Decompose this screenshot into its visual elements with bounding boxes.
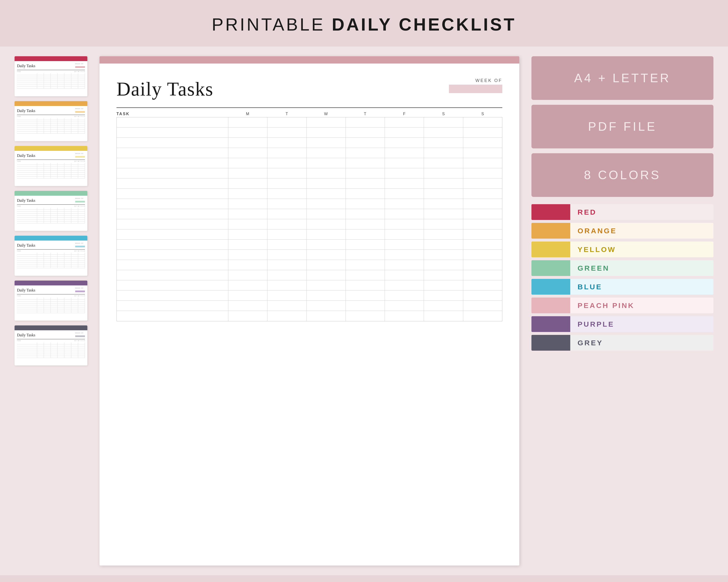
day-cell — [463, 250, 502, 260]
day-cell — [228, 178, 267, 188]
day-cell — [307, 311, 346, 321]
color-item: RED — [531, 204, 713, 220]
thumbnail-weekof: WEEK OF — [75, 63, 85, 69]
thumbnail-title: Daily Tasks — [17, 198, 35, 203]
color-label: GREY — [577, 339, 603, 347]
thumbnail-grid-row — [17, 81, 85, 83]
thumbnail-title-row: Daily Tasks WEEK OF — [17, 108, 85, 114]
thumbnail-divider — [17, 115, 85, 115]
day-cell — [424, 168, 463, 178]
thumbnail-days: M T W T F S S — [75, 340, 85, 341]
table-row — [117, 260, 502, 270]
color-swatch — [531, 223, 570, 239]
col-day-header: M — [242, 112, 254, 116]
day-cell — [307, 168, 346, 178]
day-cell — [424, 117, 463, 127]
thumbnail-task-row: TASK M T W T F S S — [17, 250, 85, 252]
thumbnail-grid-row — [17, 262, 85, 264]
day-cell — [307, 229, 346, 239]
thumbnail-weekof-label: WEEK OF — [75, 243, 85, 244]
thumbnail-grid-row — [17, 218, 85, 219]
thumbnail-body: Daily Tasks WEEK OF TASK M T W T F S S — [15, 61, 87, 91]
day-cell — [385, 178, 424, 188]
thumbnail-grid-row — [17, 210, 85, 212]
thumbnail-grid — [17, 163, 85, 178]
day-cell — [463, 270, 502, 280]
day-cell — [424, 240, 463, 250]
task-cell — [117, 128, 228, 138]
thumbnail-grid-row — [17, 344, 85, 346]
color-label: GREEN — [577, 264, 609, 272]
day-cell — [267, 189, 307, 199]
checklist-title: Daily Tasks — [116, 78, 213, 100]
day-cell — [228, 209, 267, 219]
day-cell — [228, 229, 267, 239]
day-cell — [424, 229, 463, 239]
day-cell — [385, 128, 424, 138]
day-cell — [385, 189, 424, 199]
color-swatch — [531, 298, 570, 313]
table-row — [117, 199, 502, 209]
thumbnail-weekof-label: WEEK OF — [75, 198, 85, 199]
thumbnail-grid-row — [17, 132, 85, 134]
color-item: ORANGE — [531, 223, 713, 239]
thumbnail-grid-row — [17, 130, 85, 132]
day-cell — [424, 260, 463, 270]
thumbnail-grid — [17, 342, 85, 358]
thumbnail-divider — [17, 204, 85, 205]
thumbnail-weekof: WEEK OF — [75, 243, 85, 248]
checklist-top-bar — [100, 56, 519, 63]
thumbnail-title: Daily Tasks — [17, 64, 35, 68]
day-cell — [267, 301, 307, 311]
day-cell — [346, 178, 385, 188]
task-cell — [117, 240, 228, 250]
day-cell — [463, 229, 502, 239]
thumbnail-weekof-label: WEEK OF — [75, 287, 85, 289]
color-label: BLUE — [577, 283, 602, 291]
day-cell — [228, 280, 267, 290]
thumbnail-grid-row — [17, 301, 85, 303]
thumbnail-grid-row — [17, 309, 85, 311]
table-row — [117, 158, 502, 168]
thumbnail-grid-row — [17, 124, 85, 126]
checklist-column-headers: TASK MTWTFSS — [116, 112, 502, 116]
day-cell — [424, 138, 463, 148]
thumbnail-body: Daily Tasks WEEK OF TASK M T W T F S S — [15, 196, 87, 225]
thumbnail-grid-row — [17, 264, 85, 266]
thumbnail-title: Daily Tasks — [17, 109, 35, 113]
badge-pdf-file-text: PDF FILE — [588, 119, 657, 134]
thumbnail-grid-row — [17, 120, 85, 122]
thumbnail-task-row: TASK M T W T F S S — [17, 116, 85, 117]
day-cell — [346, 229, 385, 239]
day-cell — [463, 219, 502, 229]
thumbnail-grid-row — [17, 87, 85, 89]
day-cell — [385, 199, 424, 209]
thumbnail-grid — [17, 208, 85, 223]
day-cell — [385, 117, 424, 127]
thumbnail-weekof-label: WEEK OF — [75, 153, 85, 154]
day-cell — [385, 301, 424, 311]
day-cell — [307, 209, 346, 219]
day-cell — [463, 280, 502, 290]
thumbnail-grid — [17, 73, 85, 89]
day-cell — [228, 199, 267, 209]
thumbnail-grid-row — [17, 216, 85, 218]
day-cell — [307, 138, 346, 148]
day-cell — [228, 260, 267, 270]
thumbnail-grid-row — [17, 256, 85, 258]
day-cell — [463, 158, 502, 168]
table-row — [117, 189, 502, 199]
color-swatch — [531, 279, 570, 295]
day-cell — [346, 280, 385, 290]
color-swatch — [531, 335, 570, 351]
table-row — [117, 128, 502, 138]
task-cell — [117, 229, 228, 239]
table-row — [117, 117, 502, 128]
thumbnail-grid-row — [17, 258, 85, 260]
day-cell — [307, 270, 346, 280]
thumbnail-grid-row — [17, 354, 85, 356]
color-swatch — [531, 242, 570, 257]
day-cell — [424, 311, 463, 321]
color-label-area: PURPLE — [570, 316, 713, 332]
thumbnail-task-label: TASK — [17, 205, 21, 207]
